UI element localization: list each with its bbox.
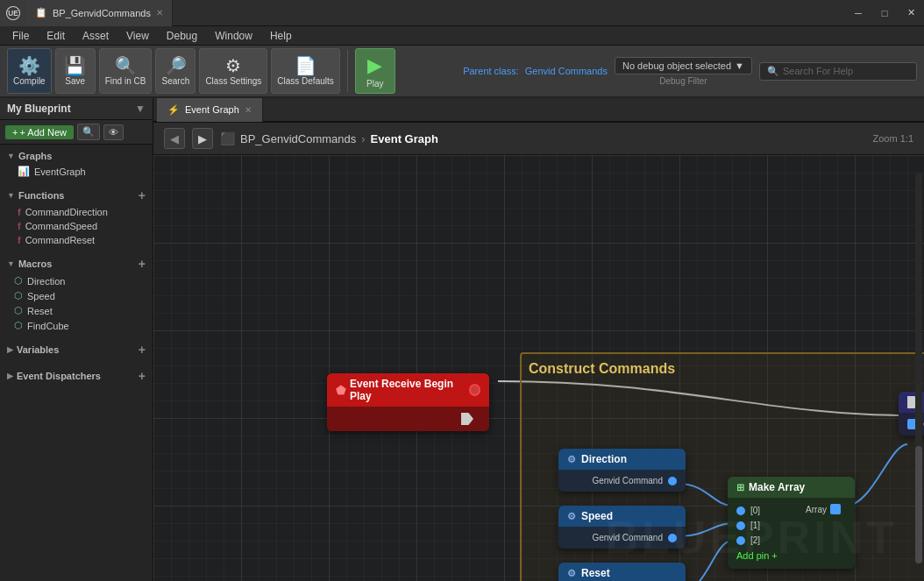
search-label: Search — [162, 76, 190, 86]
comment-title: Construct Commands — [529, 361, 924, 377]
graphs-arrow: ▼ — [7, 152, 15, 160]
close-button[interactable]: ✕ — [898, 0, 924, 26]
reset-node-title: Reset — [581, 567, 610, 579]
tab-close-icon[interactable]: ✕ — [245, 105, 252, 115]
titlebar: UE 📋 BP_GenvidCommands ✕ ─ □ ✕ — [0, 0, 924, 26]
menu-window[interactable]: Window — [206, 28, 261, 44]
compile-label: Compile — [13, 76, 46, 86]
array-out-pin — [830, 504, 841, 514]
event-icon: ⬟ — [336, 384, 345, 397]
vertical-scrollbar[interactable] — [915, 173, 922, 563]
speed-node-icon: ⚙ — [567, 511, 576, 522]
main-layout: My Blueprint ▼ + + Add New 🔍 👁 ▼ Graphs … — [0, 98, 924, 581]
direction-node[interactable]: ⚙ Direction Genvid Command — [558, 449, 686, 492]
macros-section-header[interactable]: ▼ Macros + — [0, 254, 153, 273]
sidebar-item-command-direction[interactable]: f CommandDirection — [0, 205, 153, 219]
event-receive-begin-play-node[interactable]: ⬟ Event Receive Begin Play — [327, 373, 489, 431]
sidebar-item-speed-macro[interactable]: ⬡ Speed — [0, 288, 153, 303]
class-defaults-button[interactable]: 📄 Class Defaults — [271, 48, 339, 94]
debug-object-label: No debug object selected — [622, 60, 731, 71]
play-button[interactable]: ▶ Play — [355, 48, 395, 94]
event-exec-out-pin — [334, 410, 482, 428]
add-pin-button[interactable]: Add pin + — [728, 548, 855, 563]
sidebar-item-command-speed[interactable]: f CommandSpeed — [0, 219, 153, 233]
sidebar-search-button[interactable]: 🔍 — [77, 124, 100, 140]
tab-label: BP_GenvidCommands — [53, 8, 151, 18]
menu-file[interactable]: File — [4, 28, 38, 44]
sidebar-item-reset-macro[interactable]: ⬡ Reset — [0, 303, 153, 318]
menu-view[interactable]: View — [117, 28, 158, 44]
parent-class-name[interactable]: Genvid Commands — [525, 66, 608, 76]
menu-help[interactable]: Help — [261, 28, 301, 44]
sidebar-options-icon[interactable]: ▼ — [135, 103, 146, 115]
make-array-node[interactable]: ⊞ Make Array [0] Array — [728, 477, 855, 569]
breadcrumb: ⬛ BP_GenvidCommands › Event Graph — [220, 131, 438, 145]
debug-dropdown-icon: ▼ — [735, 60, 744, 71]
macros-section: ▼ Macros + ⬡ Direction ⬡ Speed ⬡ Reset — [0, 251, 153, 337]
find-icon: 🔍 — [115, 57, 137, 74]
search-help-icon: 🔍 — [767, 66, 779, 77]
menu-edit[interactable]: Edit — [38, 28, 74, 44]
graphs-section-header[interactable]: ▼ Graphs — [0, 148, 153, 164]
play-label: Play — [366, 79, 383, 89]
direction-node-title: Direction — [581, 453, 627, 465]
tab-label: Event Graph — [185, 104, 239, 115]
sidebar-item-event-graph[interactable]: 📊 EventGraph — [0, 164, 153, 179]
dispatchers-section-header[interactable]: ▶ Event Dispatchers + — [0, 366, 153, 386]
blueprint-canvas[interactable]: Construct Commands ⬟ Event Receive Begin… — [153, 155, 924, 581]
maximize-button[interactable]: □ — [871, 0, 898, 26]
sidebar-item-command-reset[interactable]: f CommandReset — [0, 233, 153, 247]
sidebar-filter-button[interactable]: 👁 — [103, 124, 124, 140]
macros-arrow: ▼ — [7, 259, 15, 268]
find-in-cb-label: Find in CB — [105, 76, 146, 86]
nav-back-button[interactable]: ◀ — [164, 128, 185, 149]
event-node-title: Event Receive Begin Play — [350, 378, 464, 402]
menu-asset[interactable]: Asset — [74, 28, 117, 44]
save-button[interactable]: 💾 Save — [55, 48, 96, 94]
search-help-input[interactable]: 🔍 Search For Help — [759, 62, 917, 81]
reset-node[interactable]: ⚙ Reset Genvid Command — [558, 563, 686, 581]
direction-node-icon: ⚙ — [567, 454, 576, 465]
search-icon: 🔎 — [165, 57, 187, 74]
function-label: CommandDirection — [25, 207, 108, 217]
class-settings-button[interactable]: ⚙ Class Settings — [199, 48, 267, 94]
add-dispatcher-button[interactable]: + — [139, 369, 146, 383]
speed-output-pin: Genvid Command — [558, 530, 686, 545]
event-graph-tab[interactable]: ⚡ Event Graph ✕ — [157, 98, 263, 122]
add-new-label: + Add New — [19, 127, 67, 138]
macro-icon: ⬡ — [14, 275, 23, 287]
add-pin-label[interactable]: Add pin + — [736, 550, 778, 561]
array-pin-1: [1] — [728, 518, 855, 533]
sidebar-item-direction-macro[interactable]: ⬡ Direction — [0, 273, 153, 288]
functions-section: ▼ Functions + f CommandDirection f Comma… — [0, 182, 153, 251]
find-in-cb-button[interactable]: 🔍 Find in CB — [99, 48, 153, 94]
parent-class-label: Parent class: Genvid Commands — [463, 66, 608, 76]
add-variable-button[interactable]: + — [139, 343, 146, 357]
add-function-button[interactable]: + — [139, 188, 146, 202]
macro-icon: ⬡ — [14, 320, 23, 331]
add-new-button[interactable]: + + Add New — [5, 125, 74, 139]
window-controls: ─ □ ✕ — [845, 0, 924, 26]
macro-label: Reset — [27, 306, 53, 316]
speed-node[interactable]: ⚙ Speed Genvid Command — [558, 506, 686, 549]
variables-section-header[interactable]: ▶ Variables + — [0, 340, 153, 359]
scrollbar-thumb[interactable] — [915, 446, 922, 563]
nav-forward-button[interactable]: ▶ — [192, 128, 213, 149]
functions-section-header[interactable]: ▼ Functions + — [0, 186, 153, 205]
class-settings-label: Class Settings — [205, 76, 261, 86]
pin-2-dot — [736, 536, 745, 545]
minimize-button[interactable]: ─ — [845, 0, 871, 26]
play-icon: ▶ — [367, 54, 382, 77]
compile-button[interactable]: ⚙️ Compile — [7, 48, 52, 94]
debug-object-selector[interactable]: No debug object selected ▼ — [615, 57, 752, 74]
tab-icon: ⚡ — [167, 104, 180, 116]
add-macro-button[interactable]: + — [139, 257, 146, 271]
debug-filter-label: Debug Filter — [659, 76, 707, 86]
search-button[interactable]: 🔎 Search — [155, 48, 195, 94]
sidebar-item-findcube-macro[interactable]: ⬡ FindCube — [0, 318, 153, 333]
pin-0-dot — [736, 507, 745, 515]
menu-debug[interactable]: Debug — [158, 28, 206, 44]
breadcrumb-project[interactable]: BP_GenvidCommands — [240, 132, 356, 145]
editor-tab[interactable]: 📋 BP_GenvidCommands ✕ — [26, 0, 173, 26]
tab-close-button[interactable]: ✕ — [156, 8, 163, 18]
